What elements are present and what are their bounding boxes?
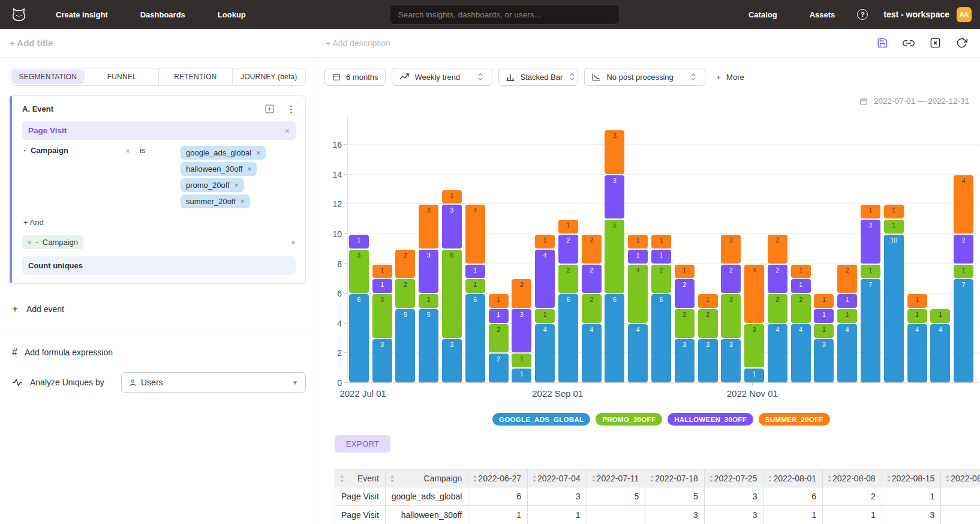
bar-2022-12-26[interactable]: 7124	[954, 175, 973, 382]
bar-segment-halloween_30off[interactable]: 1	[465, 265, 485, 279]
bar-segment-promo_20off[interactable]: 1	[907, 309, 927, 323]
bar-segment-halloween_30off[interactable]: 1	[628, 250, 648, 264]
bar-2022-10-17[interactable]: 3322	[721, 235, 741, 382]
bar-2022-10-03[interactable]: 3221	[675, 265, 695, 382]
search-input[interactable]	[389, 4, 620, 25]
bar-segment-halloween_30off[interactable]: 2	[558, 235, 578, 264]
bar-segment-summer_20off[interactable]: 1	[442, 190, 462, 204]
chart-type-select[interactable]: Stacked Bar	[498, 68, 578, 86]
remove-filter-value-icon[interactable]: ×	[247, 165, 251, 173]
nav-create-insight[interactable]: Create insight	[56, 10, 108, 19]
bar-segment-promo_20off[interactable]: 1	[954, 265, 973, 279]
sort-icon[interactable]	[531, 475, 537, 483]
help-icon[interactable]: ?	[857, 9, 868, 20]
sort-icon[interactable]	[886, 475, 892, 483]
bar-segment-summer_20off[interactable]: 3	[605, 130, 624, 173]
bar-segment-summer_20off[interactable]: 3	[419, 205, 438, 248]
bar-segment-halloween_30off[interactable]: 3	[605, 175, 624, 218]
export-button[interactable]: EXPORT	[335, 435, 390, 453]
bar-segment-halloween_30off[interactable]: 2	[582, 265, 602, 294]
sort-icon[interactable]	[649, 475, 655, 483]
avatar[interactable]: AA	[957, 7, 972, 22]
bar-segment-halloween_30off[interactable]: 1	[489, 309, 509, 323]
bar-segment-google_ads_global[interactable]: 4	[768, 324, 787, 382]
bar-segment-summer_20off[interactable]: 2	[395, 250, 415, 279]
bar-segment-halloween_30off[interactable]: 1	[372, 279, 392, 293]
remove-filter-icon[interactable]: ×	[125, 146, 140, 155]
sort-icon[interactable]	[591, 475, 597, 483]
remove-breakdown-icon[interactable]: ×	[28, 239, 31, 246]
save-icon[interactable]	[876, 37, 889, 50]
filter-value-chip[interactable]: promo_20off×	[181, 178, 244, 192]
close-icon[interactable]	[928, 37, 942, 50]
nav-assets[interactable]: Assets	[810, 10, 835, 19]
bar-segment-halloween_30off[interactable]: 3	[861, 220, 880, 263]
bar-segment-promo_20off[interactable]: 2	[698, 309, 718, 338]
bar-2022-08-29[interactable]: 6221	[558, 220, 578, 382]
bar-segment-google_ads_global[interactable]: 4	[930, 324, 950, 382]
bar-2022-08-08[interactable]: 2211	[489, 294, 509, 382]
bar-segment-promo_20off[interactable]: 2	[768, 294, 787, 323]
bar-segment-summer_20off[interactable]: 4	[954, 175, 973, 233]
bar-segment-google_ads_global[interactable]: 2	[489, 354, 509, 382]
date-preset-button[interactable]: 6 months	[324, 68, 386, 86]
bar-segment-halloween_30off[interactable]: 3	[442, 205, 462, 248]
bar-segment-halloween_30off[interactable]: 1	[814, 309, 834, 323]
legend-item-halloween_30off[interactable]: HALLOWEEN_30OFF	[668, 413, 753, 426]
bar-segment-promo_20off[interactable]: 6	[442, 250, 462, 338]
bar-2022-12-19[interactable]: 41	[930, 309, 950, 382]
bar-2022-10-31[interactable]: 4222	[768, 235, 787, 382]
analyze-by-select[interactable]: Users ▼	[121, 372, 306, 393]
bar-2022-08-15[interactable]: 1132	[512, 279, 531, 382]
bar-segment-google_ads_global[interactable]: 4	[837, 324, 857, 382]
kebab-menu-icon[interactable]: ⋮	[287, 104, 296, 113]
add-event-button[interactable]: + Add event	[12, 303, 306, 315]
bar-segment-summer_20off[interactable]: 1	[675, 265, 695, 279]
filter-value-chip[interactable]: halloween_30off×	[181, 162, 257, 176]
bar-segment-google_ads_global[interactable]: 6	[605, 294, 624, 382]
bar-segment-halloween_30off[interactable]: 2	[954, 235, 973, 264]
bar-segment-promo_20off[interactable]: 2	[489, 324, 509, 353]
bar-segment-promo_20off[interactable]: 1	[837, 309, 857, 323]
bar-segment-promo_20off[interactable]: 1	[884, 220, 904, 233]
filter-value-chip[interactable]: summer_20off×	[181, 194, 250, 208]
bar-segment-summer_20off[interactable]: 1	[791, 265, 811, 279]
bar-segment-promo_20off[interactable]: 1	[861, 265, 880, 279]
nav-dashboards[interactable]: Dashboards	[140, 10, 185, 19]
bar-2022-09-12[interactable]: 6533	[605, 130, 624, 382]
bar-segment-google_ads_global[interactable]: 5	[419, 309, 438, 382]
bar-segment-promo_20off[interactable]: 4	[628, 265, 648, 323]
sort-icon[interactable]	[339, 475, 345, 483]
bar-2022-07-25[interactable]: 3631	[442, 190, 462, 382]
bar-segment-promo_20off[interactable]: 3	[372, 294, 392, 337]
bar-segment-summer_20off[interactable]: 1	[372, 265, 392, 279]
legend-item-google_ads_global[interactable]: GOOGLE_ADS_GLOBAL	[492, 413, 590, 426]
bar-segment-google_ads_global[interactable]: 3	[372, 339, 392, 382]
bar-segment-google_ads_global[interactable]: 1	[512, 369, 531, 382]
bar-segment-promo_20off[interactable]: 3	[721, 294, 741, 337]
more-options-button[interactable]: + More	[716, 73, 744, 82]
remove-event-icon[interactable]: ×	[285, 126, 290, 136]
bar-segment-halloween_30off[interactable]: 1	[651, 250, 671, 264]
nav-lookup[interactable]: Lookup	[218, 10, 246, 19]
bar-segment-promo_20off[interactable]: 1	[419, 294, 438, 308]
bar-segment-summer_20off[interactable]: 2	[768, 235, 787, 264]
bar-segment-halloween_30off[interactable]: 2	[675, 279, 695, 308]
bar-segment-google_ads_global[interactable]: 6	[465, 294, 485, 382]
trend-granularity-select[interactable]: Weekly trend	[392, 68, 492, 86]
bar-segment-promo_20off[interactable]: 1	[930, 309, 950, 323]
bar-segment-google_ads_global[interactable]: 3	[698, 339, 718, 382]
filter-operator[interactable]: is	[140, 146, 181, 155]
bar-segment-promo_20off[interactable]: 2	[791, 294, 811, 323]
bar-2022-10-24[interactable]: 134	[744, 265, 764, 382]
add-filter-plus-square-icon[interactable]	[264, 104, 275, 114]
bar-2022-08-22[interactable]: 4141	[535, 235, 555, 382]
bar-segment-promo_20off[interactable]: 5	[605, 220, 624, 293]
bar-segment-google_ads_global[interactable]: 4	[582, 324, 602, 382]
add-formula-button[interactable]: # Add formula expression	[12, 347, 306, 358]
bar-segment-summer_20off[interactable]: 1	[651, 235, 671, 248]
sort-icon[interactable]	[826, 475, 832, 483]
filter-value-chip[interactable]: google_ads_global×	[181, 146, 266, 160]
nav-catalog[interactable]: Catalog	[748, 10, 777, 19]
bar-segment-google_ads_global[interactable]: 7	[954, 279, 973, 382]
